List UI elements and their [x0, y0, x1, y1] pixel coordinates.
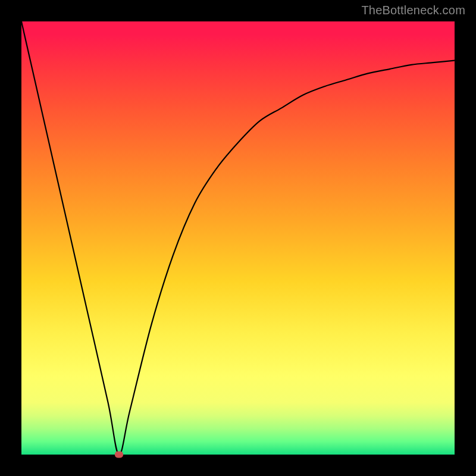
watermark-text: TheBottleneck.com	[361, 4, 465, 17]
bottleneck-curve	[21, 21, 455, 455]
plot-area	[21, 21, 455, 455]
optimal-marker	[115, 452, 123, 458]
chart-frame: TheBottleneck.com	[0, 0, 476, 476]
